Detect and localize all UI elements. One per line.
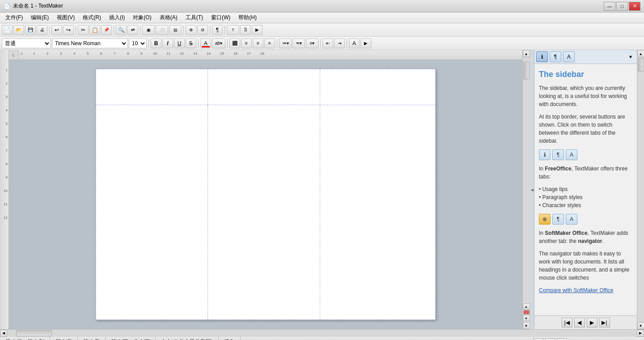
sidebar-compare-link[interactable]: Compare with SoftMaker Office <box>539 287 614 293</box>
page-cell[interactable] <box>208 69 320 105</box>
font-color-button[interactable]: A <box>200 38 211 48</box>
zoom-out-button[interactable]: ⊖ <box>197 25 208 35</box>
more-format-button[interactable]: ▶ <box>360 38 371 48</box>
menu-format[interactable]: 格式(R) <box>79 13 105 22</box>
paste-button[interactable]: 📌 <box>101 25 112 35</box>
menu-table[interactable]: 表格(A) <box>156 13 181 22</box>
view2-button[interactable]: ⬜ <box>156 25 168 35</box>
more-button[interactable]: ▶ <box>252 25 263 35</box>
menu-insert[interactable]: 插入(I) <box>106 13 128 22</box>
sep3 <box>114 26 114 34</box>
font-size-select[interactable]: 10 <box>129 38 147 48</box>
page-cell[interactable] <box>96 69 208 105</box>
italic-button[interactable]: I <box>162 38 173 48</box>
sidebar-tab-info[interactable]: ℹ <box>536 51 548 62</box>
bold-button[interactable]: B <box>151 38 161 48</box>
copy-button[interactable]: 📋 <box>89 25 100 35</box>
underline-button[interactable]: U <box>174 38 185 48</box>
hscroll-track[interactable] <box>7 330 637 337</box>
scroll-thumb[interactable] <box>523 62 530 80</box>
page-cell[interactable] <box>96 105 208 320</box>
app-icon: 📄 <box>4 3 10 9</box>
align-left-button[interactable]: ⬛ <box>229 38 240 48</box>
scroll-marker-button[interactable] <box>523 310 530 314</box>
document-content[interactable] <box>9 60 522 329</box>
scroll-page-up-button[interactable]: ▲ <box>523 303 530 310</box>
replace-button[interactable]: ⇄ <box>127 25 138 35</box>
close-button[interactable]: ✕ <box>629 2 640 11</box>
scroll-page-down-button[interactable]: ▼ <box>523 315 530 321</box>
bullets-button[interactable]: ≔▾ <box>279 38 292 48</box>
view3-button[interactable]: ▤ <box>169 25 182 35</box>
outdent-button[interactable]: ⇤ <box>322 38 333 48</box>
pilcrow-button[interactable]: ¶ <box>212 25 223 35</box>
menu-object[interactable]: 对象(O) <box>129 13 155 22</box>
toolbar1: 📄 📂 💾 🖨 ↩ ↪ ✂ 📋 📌 🔍 ⇄ ▣ ⬜ ▤ ⊕ ⊖ ¶ T S ▶ <box>0 23 644 37</box>
menu-help[interactable]: 帮助(H) <box>235 13 260 22</box>
menubar: 文件(F) 编辑(E) 视图(V) 格式(R) 插入(I) 对象(O) 表格(A… <box>0 13 644 23</box>
zoom-button[interactable]: ⊕ <box>186 25 196 35</box>
align-right-button[interactable]: ≡ <box>253 38 263 48</box>
highlight-button[interactable]: ab▾ <box>212 38 225 48</box>
hscroll-left-button[interactable]: ◀ <box>0 330 7 337</box>
sidebar-icon-para[interactable]: ¶ <box>552 149 564 160</box>
sidebar-tab-dropdown[interactable]: ▾ <box>626 52 635 61</box>
cut-button[interactable]: ✂ <box>78 25 89 35</box>
sidebar-collapse-handle[interactable]: ◀ <box>530 50 534 329</box>
menu-window[interactable]: 窗口(W) <box>208 13 234 22</box>
scroll-down-button[interactable]: ▼ <box>523 322 530 329</box>
nav-next-button[interactable]: ▶ <box>587 318 597 327</box>
scroll-up-button[interactable]: ▲ <box>523 50 530 57</box>
menu-edit[interactable]: 编辑(E) <box>27 13 52 22</box>
sidebar-navigation: |◀ ◀ ▶ ▶| <box>534 315 637 329</box>
document-scroll[interactable] <box>9 60 522 329</box>
outline-button[interactable]: ≡▾ <box>306 38 318 48</box>
hscroll-right-button[interactable]: ▶ <box>637 330 644 337</box>
align-center-button[interactable]: ≡ <box>241 38 252 48</box>
minimize-button[interactable]: — <box>604 2 615 11</box>
sidebar-icon-para2[interactable]: ¶ <box>552 214 564 225</box>
undo-button[interactable]: ↩ <box>51 25 62 35</box>
sidebar-scroll-down[interactable]: ▼ <box>637 322 644 329</box>
numbering-button[interactable]: ≒▾ <box>292 38 305 48</box>
page-cell[interactable] <box>320 105 435 320</box>
indent-button[interactable]: ⇥ <box>334 38 345 48</box>
sidebar-icon-softmaker[interactable]: ⊕ <box>539 214 551 225</box>
sidebar-tab-paragraph[interactable]: ¶ <box>550 51 561 62</box>
sidebar-icon-char2[interactable]: A <box>566 214 577 225</box>
view-web-button[interactable]: ⬜ <box>545 338 555 340</box>
caps-button[interactable]: A <box>349 38 360 48</box>
scroll-track[interactable] <box>523 57 530 302</box>
nav-prev-button[interactable]: ◀ <box>574 318 585 327</box>
font-name-select[interactable]: Times New Roman <box>52 38 128 48</box>
special-button[interactable]: S <box>240 25 251 35</box>
find-button[interactable]: 🔍 <box>116 25 127 35</box>
align-justify-button[interactable]: ≡ <box>264 38 275 48</box>
sidebar-tab-character[interactable]: A <box>563 51 575 62</box>
hscroll-thumb[interactable] <box>16 330 52 336</box>
view1-button[interactable]: ▣ <box>142 25 155 35</box>
menu-view[interactable]: 视图(V) <box>53 13 78 22</box>
menu-tools[interactable]: 工具(T) <box>182 13 207 22</box>
sidebar-icon-char[interactable]: A <box>566 149 577 160</box>
print-button[interactable]: 🖨 <box>37 25 47 35</box>
sidebar-body3-prefix: In <box>539 166 545 172</box>
page-cell[interactable] <box>208 105 320 320</box>
page-cell[interactable] <box>320 69 435 105</box>
paragraph-style-select[interactable]: 普通 <box>2 38 51 48</box>
sidebar-scroll-up[interactable]: ▲ <box>637 50 644 57</box>
maximize-button[interactable]: □ <box>616 2 628 11</box>
save-button[interactable]: 💾 <box>25 25 36 35</box>
textbox-button[interactable]: T <box>227 25 239 35</box>
sidebar-icon-info[interactable]: ℹ <box>539 149 551 160</box>
open-button[interactable]: 📂 <box>13 25 24 35</box>
view-normal-button[interactable]: ▣ <box>534 338 543 340</box>
strikethrough-button[interactable]: S̶ <box>186 38 196 48</box>
document-page[interactable] <box>96 69 436 320</box>
redo-button[interactable]: ↪ <box>63 25 74 35</box>
new-button[interactable]: 📄 <box>2 25 13 35</box>
nav-last-button[interactable]: ▶| <box>599 318 610 327</box>
view-full-button[interactable]: ▭ <box>557 338 567 340</box>
nav-first-button[interactable]: |◀ <box>562 318 572 327</box>
menu-file[interactable]: 文件(F) <box>2 13 26 22</box>
